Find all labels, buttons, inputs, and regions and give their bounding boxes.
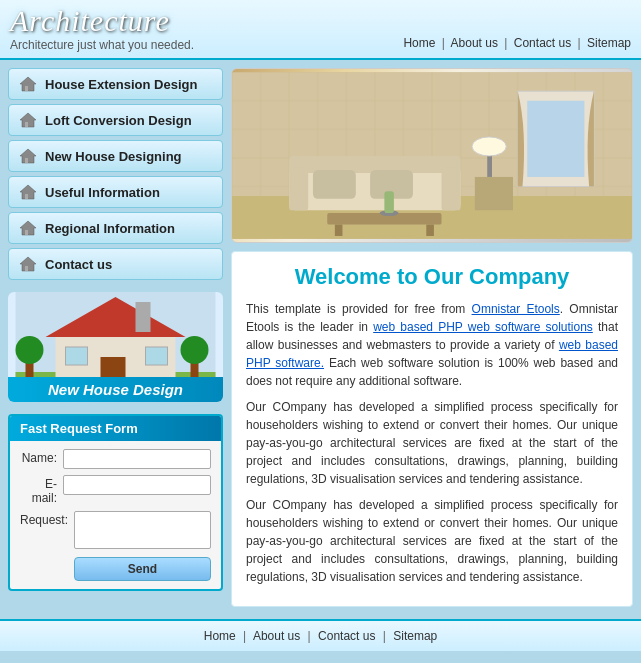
house-icon-5 xyxy=(19,220,37,236)
sidebar-item-house-extension[interactable]: House Extension Design xyxy=(8,68,223,100)
request-form-header: Fast Request Form xyxy=(10,416,221,441)
header: Architecture Architecture just what you … xyxy=(0,0,641,60)
welcome-section: Welcome to Our Company This template is … xyxy=(231,251,633,607)
content-area: Welcome to Our Company This template is … xyxy=(231,68,633,607)
footer: Home | About us | Contact us | Sitemap xyxy=(0,619,641,651)
omnistar-link[interactable]: Omnistar Etools xyxy=(472,302,560,316)
request-form: Fast Request Form Name: E-mail: Request:… xyxy=(8,414,223,591)
welcome-title: Welcome to Our Company xyxy=(246,264,618,290)
svg-point-23 xyxy=(181,336,209,364)
svg-rect-34 xyxy=(475,177,513,210)
house-icon-2 xyxy=(19,112,37,128)
sidebar-item-new-house[interactable]: New House Designing xyxy=(8,140,223,172)
nav-sitemap[interactable]: Sitemap xyxy=(587,36,631,50)
svg-rect-16 xyxy=(136,302,151,332)
request-label: Request: xyxy=(20,511,68,527)
svg-rect-41 xyxy=(426,225,434,236)
svg-rect-32 xyxy=(313,170,356,199)
hero-image xyxy=(231,68,633,243)
request-textarea[interactable] xyxy=(74,511,211,549)
house-overlay-text: New House Design xyxy=(8,377,223,402)
logo-tagline: Architecture just what you needed. xyxy=(10,38,194,52)
svg-rect-9 xyxy=(25,230,28,235)
svg-rect-30 xyxy=(289,167,308,210)
welcome-paragraph-3: Our COmpany has developed a simplified p… xyxy=(246,496,618,586)
sidebar-item-loft-conversion[interactable]: Loft Conversion Design xyxy=(8,104,223,136)
svg-rect-40 xyxy=(335,225,343,236)
name-label: Name: xyxy=(20,449,57,465)
sidebar-label-contact: Contact us xyxy=(45,257,112,272)
sidebar-item-useful-info[interactable]: Useful Information xyxy=(8,176,223,208)
house-icon-6 xyxy=(19,256,37,272)
footer-sitemap[interactable]: Sitemap xyxy=(393,629,437,643)
sidebar: House Extension Design Loft Conversion D… xyxy=(8,68,223,607)
svg-rect-43 xyxy=(384,191,394,213)
svg-rect-3 xyxy=(25,122,28,127)
house-icon-3 xyxy=(19,148,37,164)
house-icon xyxy=(19,76,37,92)
php-software-link[interactable]: web based PHP software. xyxy=(246,338,618,370)
request-form-body: Name: E-mail: Request: Send xyxy=(10,441,221,589)
welcome-paragraph-2: Our COmpany has developed a simplified p… xyxy=(246,398,618,488)
name-row: Name: xyxy=(20,449,211,469)
logo-area: Architecture Architecture just what you … xyxy=(10,6,194,52)
nav-contact[interactable]: Contact us xyxy=(514,36,571,50)
request-row: Request: xyxy=(20,511,211,549)
footer-contact[interactable]: Contact us xyxy=(318,629,375,643)
nav-home[interactable]: Home xyxy=(403,36,435,50)
svg-rect-11 xyxy=(25,266,28,271)
sidebar-label-useful-info: Useful Information xyxy=(45,185,160,200)
sidebar-label-new-house: New House Designing xyxy=(45,149,182,164)
sidebar-label-loft-conversion: Loft Conversion Design xyxy=(45,113,192,128)
footer-about[interactable]: About us xyxy=(253,629,300,643)
house-icon-4 xyxy=(19,184,37,200)
svg-rect-1 xyxy=(25,86,28,91)
email-input[interactable] xyxy=(63,475,211,495)
top-nav: Home | About us | Contact us | Sitemap xyxy=(403,36,631,52)
svg-rect-7 xyxy=(25,194,28,199)
sidebar-label-house-extension: House Extension Design xyxy=(45,77,197,92)
sidebar-label-regional-info: Regional Information xyxy=(45,221,175,236)
footer-home[interactable]: Home xyxy=(204,629,236,643)
main-wrapper: House Extension Design Loft Conversion D… xyxy=(0,60,641,615)
web-software-link[interactable]: web based PHP web software solutions xyxy=(373,320,593,334)
svg-point-36 xyxy=(472,137,506,156)
svg-rect-19 xyxy=(146,347,168,365)
logo-text: Architecture xyxy=(10,6,194,36)
nav-about[interactable]: About us xyxy=(451,36,498,50)
email-row: E-mail: xyxy=(20,475,211,505)
name-input[interactable] xyxy=(63,449,211,469)
svg-rect-38 xyxy=(527,101,584,177)
send-button[interactable]: Send xyxy=(74,557,211,581)
svg-point-21 xyxy=(16,336,44,364)
svg-rect-18 xyxy=(66,347,88,365)
sidebar-item-contact[interactable]: Contact us xyxy=(8,248,223,280)
svg-rect-5 xyxy=(25,158,28,163)
welcome-paragraph-1: This template is provided for free from … xyxy=(246,300,618,390)
svg-rect-31 xyxy=(442,167,461,210)
email-label: E-mail: xyxy=(20,475,57,505)
house-illustration: New House Design xyxy=(8,292,223,402)
sidebar-item-regional-info[interactable]: Regional Information xyxy=(8,212,223,244)
